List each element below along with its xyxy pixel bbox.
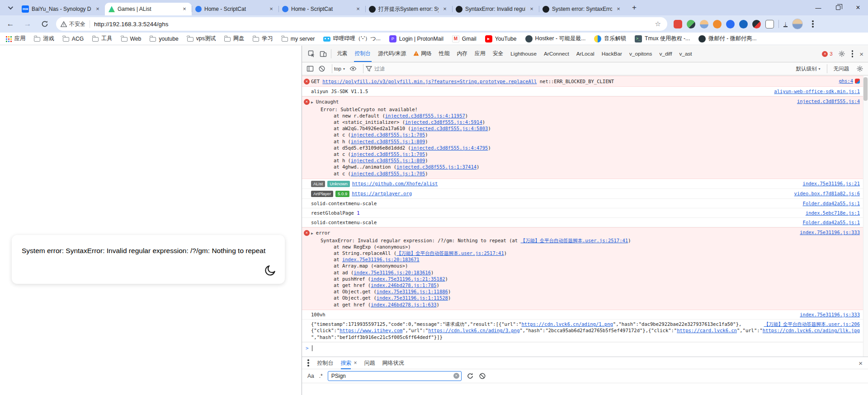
reload-icon[interactable] [38,17,52,31]
console-source-link[interactable]: 【万能】全平台自动答题脚本.user.js:206 [764,321,860,328]
console-link[interactable]: https://artplayer.org [352,191,412,196]
refresh-search-icon[interactable] [467,372,474,380]
tab-close-icon[interactable]: × [268,5,275,13]
forward-icon[interactable]: → [21,17,34,31]
tab-close-icon[interactable]: × [528,5,535,13]
browser-tab[interactable]: System error: SyntaxError: In...× [539,3,626,15]
live-expression-eye-icon[interactable] [349,65,357,72]
bookmark-item[interactable]: youtube [150,36,178,42]
console-link[interactable]: 【万能】全平台自动答题脚本.user.js:2517:41 [521,238,628,243]
downloads-icon[interactable]: ↓ [783,21,788,27]
extension-icon-3[interactable] [700,20,708,28]
bookmark-item[interactable]: 哔哩哔哩（'-'）つ... [323,35,380,42]
extension-icon-2[interactable] [687,20,695,28]
console-link[interactable]: https://card.lvck6.cn [677,328,737,333]
issues-counter[interactable]: 无问题 [834,66,849,72]
console-source-link[interactable]: index.75e31196.js:21 [803,181,860,186]
browser-tab[interactable]: 打开提示System error: Syntax...× [365,3,452,15]
back-icon[interactable]: ← [4,17,17,31]
tab-close-icon[interactable]: × [354,5,362,13]
console-link[interactable]: injected.c3d8f555.js:1:705 [351,151,425,157]
new-tab-button[interactable]: + [628,2,640,14]
bookmark-item[interactable]: 网盘 [224,35,244,42]
dark-mode-moon-icon[interactable] [263,264,277,277]
browser-tab[interactable]: SyntaxError: Invalid regular e...× [452,3,539,15]
console-link[interactable]: injected.c3d8f555.js:1:37414 [396,164,476,169]
console-source-link[interactable]: video.box.f7d81a82.js:6 [794,191,860,196]
console-link[interactable]: https://cdn.lvck6.cn/ading/3.png [428,328,519,333]
minimize-icon[interactable]: — [808,0,828,15]
console-prompt[interactable]: > [302,342,868,351]
context-selector[interactable]: top▾ [334,66,345,71]
bookmark-item[interactable]: PLogin | ProtonMail [389,35,443,42]
devtools-settings-gear-icon[interactable] [838,50,845,57]
bookmark-star-icon[interactable]: ☆ [653,20,663,28]
bookmark-item[interactable]: >_Tmux 使用教程 -... [635,35,690,42]
console-source-link[interactable]: index.75e31196.js:333 [800,230,860,235]
bookmark-item[interactable]: 游戏 [34,35,54,42]
bookmark-item[interactable]: Hostker - 可能是最... [525,35,586,42]
console-source-link[interactable]: index.75e31196.js:333 [800,312,860,317]
console-source-link[interactable]: Folder.dda42a55.js:1 [803,220,860,225]
browser-menu-icon[interactable] [812,23,814,25]
console-link[interactable]: injected.c3d8f555.js:4:11957 [385,113,465,118]
scrollbar-thumb[interactable] [863,77,868,101]
close-search-tab-icon[interactable]: × [354,360,357,366]
console-link[interactable]: injected.c3d8f555.js:4:5914 [405,119,482,125]
security-chip[interactable]: 不安全 [61,20,90,28]
console-link[interactable]: injected.c3d8f555.js:1:809 [351,158,425,163]
regex-toggle[interactable]: .* [319,373,323,379]
extensions-puzzle-icon[interactable] [765,20,774,28]
console-link[interactable]: injected.c3d8f555.js:1:809 [351,139,425,144]
bookmark-item[interactable]: 微邮付 - 微邮付商... [698,35,756,42]
console-sidebar-icon[interactable] [307,65,314,72]
console-filter[interactable]: 过滤 [365,65,385,72]
drawer-tab-search[interactable]: 搜索× [341,357,357,369]
tab-close-icon[interactable]: × [615,5,622,13]
console-link[interactable]: index.75e31196.js:20:183671 [342,257,420,262]
close-window-icon[interactable]: × [848,0,868,15]
devtools-tab[interactable]: HackBar [598,46,626,62]
console-link[interactable]: index.75e31196.js:1:11528 [377,295,448,301]
tab-close-icon[interactable]: × [94,5,101,13]
console-link[interactable]: index.75e31196.js:21:35182 [371,276,445,282]
devtools-tab[interactable]: 网络 [410,46,435,62]
console-link[interactable]: injected.c3d8f555.js:4:4795 [411,145,488,150]
console-link[interactable]: index.75e31196.js:20:183616 [354,270,431,275]
devtools-tab[interactable]: 应用 [471,46,489,62]
console-source-link[interactable]: ghs:4 [839,78,853,84]
console-link[interactable]: 【万能】全平台自动答题脚本.user.js:2517:41 [396,250,504,256]
browser-tab[interactable]: Home - ScriptCat× [278,3,365,15]
drawer-menu-icon[interactable] [307,362,309,364]
clear-console-icon[interactable] [318,65,326,72]
console-source-link[interactable]: index.5ebc718e.js:1 [806,210,860,216]
bookmark-item[interactable]: Web [121,36,142,42]
log-level-selector[interactable]: 默认级别▾ [796,66,820,72]
devtools-tab[interactable]: v_diff [656,46,675,62]
inspect-element-icon[interactable] [306,48,317,60]
devtools-tab[interactable]: ArLocal [573,46,598,62]
extension-icon-1[interactable] [674,20,682,28]
url-text[interactable]: http://192.168.3.3:5244/ghs [94,21,653,28]
tab-close-icon[interactable]: × [441,5,448,13]
tab-close-icon[interactable]: × [181,5,188,13]
console-link[interactable]: https://www.itihey.com [340,328,402,333]
devtools-tab[interactable]: v_opitons [626,46,656,62]
expand-caret-icon[interactable]: ▶ [311,231,313,235]
bookmark-item[interactable]: ACG [63,36,84,42]
bookmark-item[interactable]: vps测试 [187,35,216,42]
browser-tab[interactable]: Home - ScriptCat× [192,3,278,15]
bookmark-item[interactable]: MGmail [452,35,476,42]
bookmark-item[interactable]: ▶YouTube [485,35,517,42]
console-link[interactable]: index.246bd278.js:1:633 [371,302,436,307]
devtools-tab[interactable]: v_ast [675,46,695,62]
address-bar[interactable]: 不安全 http://192.168.3.3:5244/ghs ☆ [56,17,667,31]
browser-tab[interactable]: DSMBaiYu_Nas - Synology DiskSt...× [18,3,105,15]
expand-caret-icon[interactable]: ▶ [311,100,313,104]
console-source-link[interactable]: injected.c3d8f555.js:4 [797,99,860,104]
console-link[interactable]: injected.c3d8f555.js:1:705 [351,171,425,176]
profile-avatar[interactable] [792,19,803,29]
drawer-tab-issues[interactable]: 问题 [364,357,375,369]
devtools-tab[interactable]: 内存 [453,46,471,62]
bookmark-item[interactable]: 工具 [92,35,112,42]
